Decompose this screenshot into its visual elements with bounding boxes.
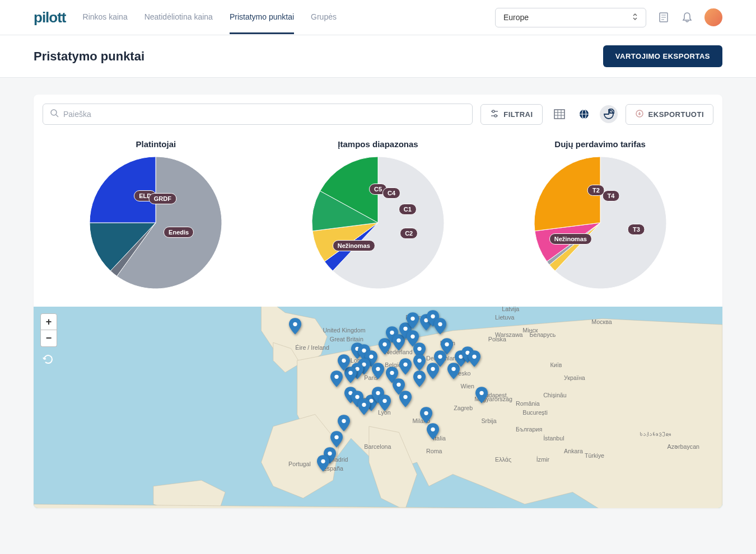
svg-point-63 (479, 391, 483, 395)
map-marker[interactable] (399, 391, 412, 407)
export-label: EKSPORTUOTI (648, 110, 704, 119)
table-view-icon[interactable] (550, 105, 568, 123)
map-label: Latvija (502, 307, 519, 312)
pie-chart: T2T4T3Nežinomas (533, 156, 668, 290)
export-consumption-button[interactable]: VARTOJIMO EKSPORTAS (603, 45, 722, 67)
map-label: Great Britain (330, 336, 363, 342)
svg-point-35 (438, 355, 442, 359)
svg-point-56 (404, 395, 408, 399)
map-marker[interactable] (317, 455, 329, 472)
pie-label: Enedis (164, 227, 194, 238)
map-label: Portugal (288, 461, 311, 467)
region-select[interactable]: Europe (495, 8, 646, 27)
map-marker[interactable] (338, 354, 350, 371)
svg-point-30 (417, 346, 421, 350)
svg-point-62 (473, 355, 477, 359)
map-marker[interactable] (427, 423, 439, 440)
pie-slice[interactable] (90, 157, 156, 223)
avatar[interactable] (704, 8, 722, 26)
nav-item[interactable]: Neatidėliotina kaina (144, 1, 213, 34)
zoom-in-button[interactable]: + (40, 313, 57, 330)
download-icon (635, 109, 644, 120)
sliders-icon (490, 109, 499, 120)
map-label: Chișinău (543, 392, 567, 398)
map-label: Lietuva (495, 314, 515, 321)
map-label: Ελλάς (495, 456, 511, 463)
map-marker[interactable] (413, 354, 426, 371)
svg-rect-10 (554, 110, 564, 119)
svg-point-49 (383, 399, 387, 403)
svg-point-29 (410, 335, 414, 339)
chart-title: Dujų perdavimo tarifas (533, 139, 668, 149)
map-label: United Kingdom (323, 327, 366, 334)
svg-point-64 (431, 427, 435, 431)
svg-point-33 (438, 322, 442, 326)
nav-item[interactable]: Grupės (311, 1, 337, 34)
filters-label: FILTRAI (503, 110, 533, 119)
bell-icon[interactable] (681, 11, 693, 24)
globe-view-icon[interactable] (575, 105, 593, 123)
map-marker[interactable] (289, 318, 301, 335)
main-nav: Rinkos kainaNeatidėliotina kainaPristaty… (83, 1, 495, 34)
svg-point-57 (417, 375, 421, 379)
map-label: Zagreb (454, 405, 473, 411)
map-svg: United KingdomGreat BritainÉire / Irelan… (34, 307, 722, 508)
map-marker[interactable] (330, 431, 343, 448)
pie-label: T4 (602, 190, 619, 201)
nav-item[interactable]: Rinkos kaina (83, 1, 128, 34)
map-marker[interactable] (475, 387, 488, 403)
map-label: România (516, 400, 540, 407)
refresh-map-icon[interactable] (43, 354, 54, 367)
page-title: Pristatymo punktai (34, 49, 144, 64)
map-marker[interactable] (330, 370, 343, 387)
map-marker[interactable] (399, 358, 412, 375)
svg-point-26 (396, 339, 400, 342)
search-input[interactable] (63, 110, 465, 119)
map-label: Ankara (564, 448, 583, 454)
svg-point-54 (335, 435, 339, 439)
document-icon[interactable] (657, 11, 670, 24)
map-label: Wien (461, 383, 474, 389)
map-marker[interactable] (434, 318, 446, 335)
map[interactable]: United KingdomGreat BritainÉire / Irelan… (34, 307, 722, 508)
svg-point-34 (445, 342, 449, 346)
svg-point-4 (51, 110, 57, 115)
map-marker[interactable] (372, 363, 384, 379)
map-label: Мінск (522, 327, 538, 334)
map-marker[interactable] (358, 398, 370, 415)
svg-point-37 (404, 363, 408, 367)
map-marker[interactable] (427, 363, 439, 379)
map-marker[interactable] (420, 407, 432, 424)
svg-point-55 (396, 383, 400, 387)
svg-point-44 (335, 375, 339, 379)
nav-item[interactable]: Pristatymo punktai (230, 1, 294, 34)
region-value: Europe (503, 13, 529, 22)
pie-label: Nežinomas (549, 233, 592, 245)
map-marker[interactable] (407, 312, 419, 329)
pie-label: T3 (628, 224, 645, 235)
map-marker[interactable] (468, 350, 480, 367)
pie-chart: ELDGRDFEnedis (88, 156, 223, 290)
svg-point-51 (342, 419, 346, 423)
filters-button[interactable]: FILTRAI (480, 104, 542, 125)
zoom-out-button[interactable]: − (40, 330, 57, 347)
pie-chart: C5C4C1C2Nežinomas (311, 156, 445, 290)
svg-point-50 (362, 403, 366, 407)
pie-label: GRDF (149, 193, 176, 204)
map-label: București (522, 409, 548, 416)
chevron-updown-icon (632, 13, 638, 22)
chart-view-icon[interactable] (600, 105, 618, 123)
map-label: Türkiye (585, 452, 604, 459)
map-label: Україна (564, 374, 585, 381)
map-marker[interactable] (338, 415, 350, 431)
svg-point-24 (383, 342, 387, 346)
map-marker[interactable] (413, 370, 426, 387)
svg-line-5 (56, 115, 58, 117)
svg-point-7 (492, 110, 494, 112)
export-button[interactable]: EKSPORTUOTI (626, 104, 713, 125)
map-label: Barcelona (364, 443, 391, 450)
search-box[interactable] (43, 104, 473, 125)
map-marker[interactable] (379, 395, 391, 411)
pie-label: Nežinomas (333, 240, 375, 251)
svg-point-59 (452, 367, 456, 370)
